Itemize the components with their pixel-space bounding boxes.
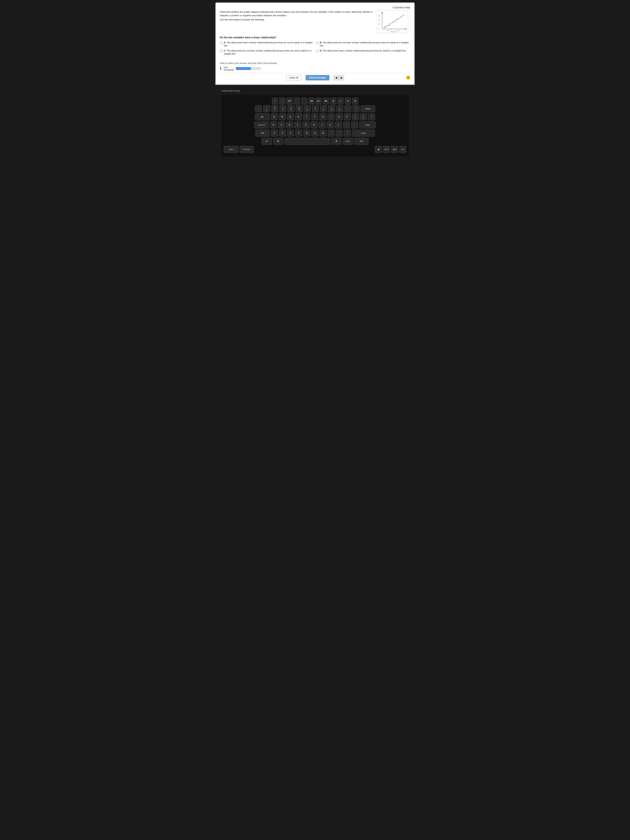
key-z[interactable]: Z — [271, 129, 278, 137]
key-c[interactable]: C — [287, 129, 294, 137]
key-pgup[interactable]: pgup — [343, 138, 353, 145]
key-m[interactable]: M — [320, 129, 327, 137]
key-slash[interactable]: ?/ — [344, 129, 351, 137]
key-k[interactable]: K — [327, 122, 334, 128]
question-help-link[interactable]: ≡ Question Help — [392, 6, 410, 9]
key-caps[interactable]: caps lock — [254, 122, 269, 128]
key-alt[interactable]: alt — [262, 138, 272, 145]
key-0[interactable]: )0 — [336, 105, 343, 112]
next-arrow[interactable]: ▶ — [339, 75, 344, 80]
key-7[interactable]: &7 — [312, 105, 319, 112]
key-f[interactable]: F — [294, 122, 301, 128]
key-l[interactable]: L — [335, 122, 342, 128]
key-e[interactable]: E — [287, 113, 294, 120]
key-8[interactable]: *8 — [320, 105, 327, 112]
key-command-bottom[interactable]: command — [239, 146, 254, 153]
keyboard-asdf-row: caps lock A S D F G H J K L :; "' enter — [224, 122, 406, 128]
option-a[interactable]: A. The data points have a linear relatio… — [220, 41, 314, 47]
key-q[interactable]: Q — [271, 113, 278, 120]
key-x[interactable]: X — [279, 129, 286, 137]
key-comma[interactable]: <, — [328, 129, 335, 137]
key-play-pause[interactable]: ▶⏸ — [316, 98, 322, 104]
action-row: Clear All Check Answer ◀ ▶ ? — [220, 73, 410, 82]
key-tilde[interactable]: ~` — [255, 105, 262, 112]
key-period[interactable]: >. — [336, 129, 343, 137]
question-text: Determine whether the scatter diagram in… — [220, 10, 374, 33]
radio-d[interactable] — [316, 50, 319, 52]
key-equals[interactable]: += — [352, 105, 360, 112]
option-c[interactable]: C. The data points do not have a linear … — [220, 49, 314, 55]
key-lock[interactable]: 🔒 — [352, 98, 358, 104]
help-button[interactable]: ? — [406, 76, 410, 80]
key-command-left[interactable]: ⌘ — [273, 138, 283, 145]
key-quote[interactable]: "' — [351, 122, 358, 128]
key-g[interactable]: G — [302, 122, 309, 128]
key-forward[interactable]: ▶▶ — [323, 98, 329, 104]
key-backslash[interactable]: |\ — [368, 113, 375, 120]
key-6[interactable]: ^6 — [304, 105, 311, 112]
key-bracket-close[interactable]: }] — [360, 113, 367, 120]
key-h[interactable]: H — [310, 122, 317, 128]
key-brightness-down[interactable]: ☀ — [272, 98, 278, 104]
key-5[interactable]: %5 — [295, 105, 303, 112]
key-shift-bottom[interactable]: shift — [354, 138, 369, 145]
key-a[interactable]: A — [270, 122, 277, 128]
key-1[interactable]: !1 — [263, 105, 270, 112]
key-j[interactable]: J — [319, 122, 325, 128]
key-9[interactable]: (9 — [328, 105, 335, 112]
option-b[interactable]: B. The data points do not have a linear … — [316, 41, 410, 47]
prev-arrow[interactable]: ◀ — [333, 75, 338, 80]
key-f4[interactable] — [294, 98, 300, 104]
key-r[interactable]: R — [295, 113, 302, 120]
key-s[interactable]: S — [278, 122, 285, 128]
key-enter[interactable]: enter — [359, 122, 376, 128]
option-d[interactable]: D. The data points have a linear relatio… — [316, 49, 410, 55]
radio-b[interactable] — [316, 41, 319, 44]
key-n[interactable]: N — [311, 129, 319, 137]
key-b[interactable]: B — [303, 129, 310, 137]
clear-all-button[interactable]: Clear All — [286, 75, 302, 81]
key-f5[interactable] — [301, 98, 307, 104]
radio-c[interactable] — [220, 50, 223, 52]
key-minus[interactable]: _- — [344, 105, 352, 112]
key-2[interactable]: @2 — [271, 105, 278, 112]
key-home[interactable]: home — [383, 146, 390, 153]
key-rewind[interactable]: ◀◀ — [308, 98, 314, 104]
key-semicolon[interactable]: :; — [343, 122, 350, 128]
key-brightness-up[interactable]: ☼ — [279, 98, 286, 104]
check-answer-button[interactable]: Check Answer — [306, 75, 329, 81]
key-option[interactable]: option — [224, 146, 238, 153]
key-delete[interactable]: delete — [361, 105, 375, 112]
key-4[interactable]: $4 — [287, 105, 295, 112]
key-shift-right[interactable]: return — [352, 129, 375, 137]
option-d-label: D. The data points have a linear relatio… — [320, 49, 406, 52]
key-u[interactable]: U — [319, 113, 327, 120]
key-arrow-down-pgdn[interactable]: pgdn — [391, 146, 398, 153]
key-command-right[interactable]: ⌘ — [331, 138, 342, 145]
key-space[interactable] — [284, 138, 330, 145]
key-tab[interactable]: tab — [255, 113, 270, 120]
option-b-label: B. The data points do not have a linear … — [320, 41, 410, 47]
svg-text:0: 0 — [378, 28, 379, 30]
key-d[interactable]: D — [286, 122, 293, 128]
key-bracket-open[interactable]: {[ — [352, 113, 359, 120]
key-v[interactable]: V — [295, 129, 302, 137]
key-i[interactable]: I — [327, 113, 335, 120]
key-shift-left[interactable]: shift — [255, 129, 270, 137]
key-t[interactable]: T — [303, 113, 310, 120]
radio-a[interactable] — [220, 41, 223, 44]
key-o[interactable]: O — [336, 113, 343, 120]
key-arrow-left[interactable]: ◀ — [375, 146, 382, 153]
key-p[interactable]: P — [344, 113, 351, 120]
options-grid: A. The data points have a linear relatio… — [220, 41, 410, 55]
key-arrow-right-end[interactable]: end — [399, 146, 406, 153]
key-keyboard[interactable]: ⌨ — [286, 98, 293, 104]
key-y[interactable]: Y — [311, 113, 318, 120]
key-w[interactable]: W — [279, 113, 286, 120]
key-mute[interactable]: 🔇 — [330, 98, 336, 104]
keyboard-arrow-row: option command ◀ home pgdn end — [224, 146, 406, 153]
key-volume-up[interactable]: 🔊 — [345, 98, 351, 104]
sub-question: Do the two variables have a linear relat… — [220, 36, 410, 39]
key-3[interactable]: #3 — [279, 105, 286, 112]
key-volume-down[interactable]: 🔉 — [338, 98, 344, 104]
